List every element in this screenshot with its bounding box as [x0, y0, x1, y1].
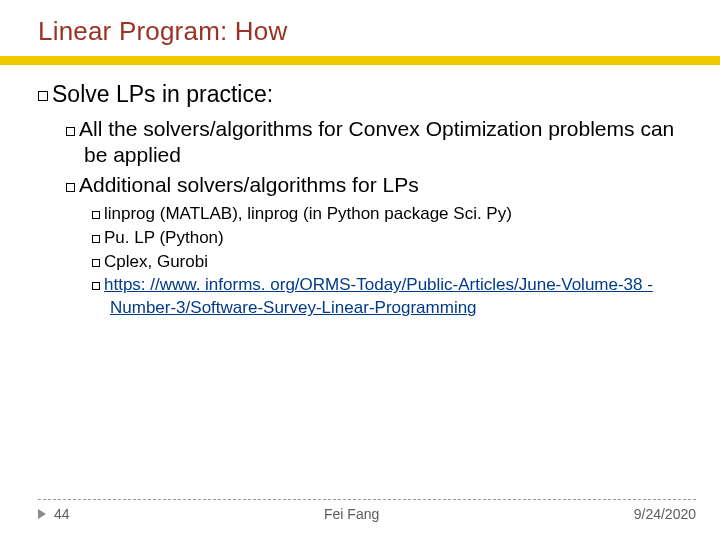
level2-group: All the solvers/algorithms for Convex Op… — [66, 116, 682, 320]
slide-body: Solve LPs in practice: All the solvers/a… — [38, 80, 682, 321]
title-underline — [0, 56, 720, 65]
checkbox-icon — [38, 91, 48, 101]
bullet-level3: Pu. LP (Python) — [92, 227, 682, 250]
page-number: 44 — [54, 506, 70, 522]
link-text[interactable]: https: //www. informs. org/ORMS-Today/Pu… — [104, 275, 653, 317]
footer-date: 9/24/2020 — [634, 506, 696, 522]
bullet-text: Cplex, Gurobi — [104, 252, 208, 271]
bullet-text: Pu. LP (Python) — [104, 228, 224, 247]
slide: Linear Program: How Solve LPs in practic… — [0, 0, 720, 540]
bullet-text: Solve LPs in practice: — [52, 81, 273, 107]
bullet-level3-link: https: //www. informs. org/ORMS-Today/Pu… — [92, 274, 682, 320]
bullet-text: Additional solvers/algorithms for LPs — [79, 173, 419, 196]
footer-author: Fei Fang — [70, 506, 634, 522]
bullet-level2: All the solvers/algorithms for Convex Op… — [66, 116, 682, 169]
bullet-level3: Cplex, Gurobi — [92, 251, 682, 274]
page-indicator-icon — [38, 509, 46, 519]
footer-divider — [38, 499, 696, 500]
footer-row: 44 Fei Fang 9/24/2020 — [38, 506, 696, 522]
checkbox-icon — [66, 183, 75, 192]
checkbox-icon — [92, 259, 100, 267]
bullet-level1: Solve LPs in practice: — [38, 80, 682, 110]
bullet-level3: linprog (MATLAB), linprog (in Python pac… — [92, 203, 682, 226]
checkbox-icon — [92, 235, 100, 243]
checkbox-icon — [92, 211, 100, 219]
level3-group: linprog (MATLAB), linprog (in Python pac… — [92, 203, 682, 321]
bullet-text: linprog (MATLAB), linprog (in Python pac… — [104, 204, 512, 223]
slide-footer: 44 Fei Fang 9/24/2020 — [38, 499, 696, 522]
bullet-level2: Additional solvers/algorithms for LPs — [66, 172, 682, 198]
checkbox-icon — [92, 282, 100, 290]
checkbox-icon — [66, 127, 75, 136]
bullet-text: All the solvers/algorithms for Convex Op… — [79, 117, 674, 166]
slide-title: Linear Program: How — [38, 16, 287, 47]
